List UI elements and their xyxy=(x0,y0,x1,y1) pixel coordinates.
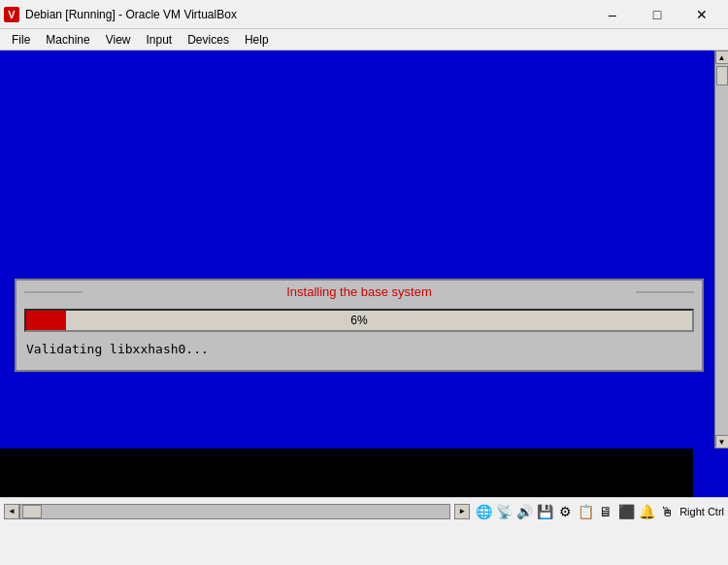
menu-help[interactable]: Help xyxy=(237,31,277,49)
menu-devices[interactable]: Devices xyxy=(180,31,237,49)
tray-icon-1[interactable]: 🌐 xyxy=(474,502,493,521)
h-scroll-left-arrow[interactable]: ◄ xyxy=(4,504,19,519)
menu-input[interactable]: Input xyxy=(139,31,181,49)
tray-icon-2[interactable]: 📡 xyxy=(494,502,513,521)
status-bar: ◄ ► 🌐 📡 🔊 💾 ⚙ 📋 🖥 ⬛ 🔔 🖱 Right Ctrl xyxy=(0,497,728,524)
menu-machine[interactable]: Machine xyxy=(38,31,97,49)
window-controls: – □ ✕ xyxy=(590,0,724,29)
scroll-up-arrow[interactable]: ▲ xyxy=(715,50,729,64)
dialog-title-text: Installing the base system xyxy=(286,284,432,299)
h-scroll-thumb[interactable] xyxy=(22,505,42,518)
tray-icon-3[interactable]: 🔊 xyxy=(514,502,534,521)
system-tray: 🌐 📡 🔊 💾 ⚙ 📋 🖥 ⬛ 🔔 🖱 Right Ctrl xyxy=(474,502,724,521)
h-scroll-right-arrow[interactable]: ► xyxy=(454,504,470,519)
right-ctrl-label: Right Ctrl xyxy=(679,506,724,517)
tray-icon-4[interactable]: 💾 xyxy=(535,502,554,521)
tray-icon-8[interactable]: ⬛ xyxy=(616,502,636,521)
menu-file[interactable]: File xyxy=(4,31,38,49)
progress-label: 6% xyxy=(350,314,367,327)
status-text: Validating libxxhash0... xyxy=(24,338,694,364)
scroll-thumb[interactable] xyxy=(716,66,728,85)
title-bar: V Debian [Running] - Oracle VM VirtualBo… xyxy=(0,0,728,29)
tray-icon-9[interactable]: 🔔 xyxy=(637,502,656,521)
install-dialog: Installing the base system 6% Validating… xyxy=(15,279,704,372)
tray-icon-5[interactable]: ⚙ xyxy=(555,502,575,521)
horizontal-scrollbar[interactable] xyxy=(19,504,450,519)
progress-bar-container: 6% xyxy=(24,309,694,332)
dialog-title: Installing the base system xyxy=(17,281,702,303)
vertical-scrollbar[interactable]: ▲ ▼ xyxy=(714,50,728,449)
tray-icon-6[interactable]: 📋 xyxy=(576,502,595,521)
menu-bar: File Machine View Input Devices Help xyxy=(0,29,728,50)
black-bar xyxy=(0,449,693,497)
window-title: Debian [Running] - Oracle VM VirtualBox xyxy=(25,8,590,21)
tray-icon-7[interactable]: 🖥 xyxy=(596,502,615,521)
menu-view[interactable]: View xyxy=(98,31,139,49)
dialog-content: 6% Validating libxxhash0... xyxy=(24,309,694,364)
app-icon: V xyxy=(4,7,19,22)
maximize-button[interactable]: □ xyxy=(635,0,679,29)
progress-bar-fill xyxy=(26,311,66,330)
minimize-button[interactable]: – xyxy=(590,0,635,29)
close-button[interactable]: ✕ xyxy=(679,0,724,29)
vm-viewport[interactable]: ▲ ▼ Installing the base system 6% Valida… xyxy=(0,50,728,497)
tray-icon-10[interactable]: 🖱 xyxy=(657,502,677,521)
scroll-down-arrow[interactable]: ▼ xyxy=(715,435,729,449)
